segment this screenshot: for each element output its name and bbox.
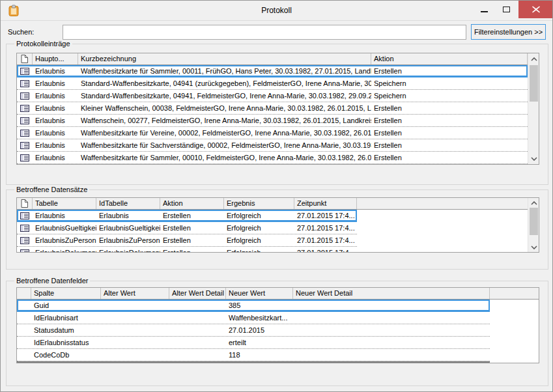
search-input[interactable] [63,25,466,40]
cell-hauptobjekt: Erlaubnis [33,65,78,77]
maximize-icon [503,7,510,12]
cell-idtabelle: ErlaubnisZuPerson [96,234,160,247]
table-row[interactable]: Erlaubnis Standard-Waffenbesitzkarte, 04… [17,77,528,90]
cell-kurzbezeichnung: Waffenbesitzkarte für Sammler, 00010, Fe… [78,152,371,164]
document-icon [21,199,28,208]
cell-aktion: Erstellen [160,247,224,252]
column-header-selector[interactable] [17,288,31,299]
maximize-button[interactable] [497,1,515,18]
column-header-hauptobjekt[interactable]: Haupto... [33,53,78,64]
record-form-icon [17,115,33,127]
scroll-up-icon[interactable] [528,198,539,208]
column-header-kurzbezeichnung[interactable]: Kurzbezeichnung [78,53,371,64]
table-row[interactable]: CodeCoDb 118 [17,349,490,361]
table-row[interactable]: Erlaubnis Waffenschein, 00277, Feldmeist… [17,115,528,127]
filter-settings-button[interactable]: Filtereinstellungen >> [471,24,546,40]
cell-hauptobjekt: Erlaubnis [33,90,78,102]
column-header-selector[interactable] [17,198,33,209]
record-form-icon [17,222,33,234]
cell-alter-wert [101,349,169,361]
cell-hauptobjekt: Erlaubnis [33,77,78,90]
minimize-button[interactable] [475,1,493,18]
column-header-zeitpunkt[interactable]: Zeitpunkt [294,198,357,209]
table-row[interactable]: Erlaubnis Erlaubnis Erstellen Erfolgreic… [17,210,357,222]
cell-neuer-wert-detail [293,300,490,312]
grid1-body: Erlaubnis Waffenbesitzkarte für Sammler,… [17,65,539,164]
titlebar-separator [1,20,552,21]
table-row[interactable]: ErlaubnisDokument ErlaubnisDokument Erst… [17,247,357,252]
grid1-vertical-scrollbar[interactable] [528,53,539,164]
grid2-header: Tabelle IdTabelle Aktion Ergebnis Zeitpu… [17,198,528,210]
column-header-alter-wert[interactable]: Alter Wert [101,288,169,299]
table-row[interactable]: Statusdatum 27.01.2015 [17,324,490,337]
record-form-icon [17,90,33,102]
grid2-vertical-scrollbar[interactable] [528,198,539,252]
cell-tabelle: ErlaubnisZuPerson [33,234,96,247]
column-header-alter-wert-detail[interactable]: Alter Wert Detail [169,288,226,299]
cell-spalte: IdErlaubnisart [31,312,101,324]
cell-spalte: Guid [31,300,101,312]
cell-neuer-wert-detail [293,324,490,337]
table-row[interactable]: ErlaubnisZuPerson ErlaubnisZuPerson Erst… [17,234,357,247]
column-header-aktion[interactable]: Aktion [371,53,528,64]
table-row[interactable]: Guid 385 [17,300,490,312]
scroll-down-icon[interactable] [528,242,539,252]
cell-ergebnis: Erfolgreich [224,222,294,234]
column-header-idtabelle[interactable]: IdTabelle [96,198,160,209]
cell-aktion: Erstellen [371,152,528,164]
cell-kurzbezeichnung: Kleiner Waffenschein, 00038, Feldmeister… [78,102,371,115]
cell-alter-wert [101,300,169,312]
column-header-tabelle[interactable]: Tabelle [33,198,96,209]
group1-label: Protokolleinträge [14,40,72,48]
scroll-up-icon[interactable] [528,54,539,64]
column-header-aktion[interactable]: Aktion [160,198,224,209]
column-header-spalte[interactable]: Spalte [31,288,101,299]
cell-alter-wert-detail [169,324,226,337]
scroll-down-icon[interactable] [528,154,539,163]
record-form-icon [17,102,33,115]
cell-kurzbezeichnung: Waffenschein, 00277, FeldmeisterGO, Iren… [78,115,371,127]
column-header-ergebnis[interactable]: Ergebnis [224,198,294,209]
document-icon [21,55,28,63]
column-header-neuer-wert[interactable]: Neuer Wert [226,288,293,299]
record-form-icon [17,65,33,77]
table-row[interactable]: Erlaubnis Kleiner Waffenschein, 00038, F… [17,102,528,115]
table-row[interactable]: IdErlaubnisart Waffenbesitzkart... [17,312,490,324]
grid1-header: Haupto... Kurzbezeichnung Aktion [17,53,528,65]
table-row[interactable]: Erlaubnis Standard-Waffenbesitzkarte, 04… [17,90,528,102]
table-row[interactable]: IdErlaubnisstatus erteilt [17,337,490,349]
cell-idtabelle: ErlaubnisGueltigkeit [96,222,160,234]
table-row[interactable]: Erlaubnis Waffenbesitzkarte für Sammler,… [17,152,528,164]
cell-aktion: Erstellen [371,102,528,115]
cell-spalte: Statusdatum [31,324,101,337]
grid3-body: Guid 385 IdErlaubnisart Waffenbesitzkart… [17,300,539,363]
cell-tabelle: Erlaubnis [33,210,96,222]
cell-spalte: IdErlaubnisstatus [31,337,101,349]
protokolleintraege-grid: Haupto... Kurzbezeichnung Aktion Erlaubn… [16,53,539,165]
table-row[interactable]: Erlaubnis Waffenbesitzkarte für Vereine,… [17,127,528,139]
cell-zeitpunkt: 27.01.2015 17:4... [294,210,357,222]
cell-ergebnis: Erfolgreich [224,247,294,252]
record-form-icon [17,210,33,222]
cell-alter-wert-detail [169,349,226,361]
cell-aktion: Erstellen [160,222,224,234]
close-button[interactable] [518,1,553,18]
cell-idtabelle: ErlaubnisDokument [96,247,160,252]
group-betroffene-datenfelder: Betroffene Datenfelder Spalte Alter Wert… [6,281,548,386]
cell-zeitpunkt: 27.01.2015 17:4 [294,247,357,252]
table-row[interactable]: Erlaubnis Waffenbesitzkarte für Sachvers… [17,139,528,152]
scrollbar-thumb[interactable] [530,65,538,102]
table-row[interactable]: ErlaubnisGueltigkeit ErlaubnisGueltigkei… [17,222,357,234]
table-row[interactable]: Erlaubnis Waffenbesitzkarte für Sammler,… [17,65,528,77]
column-header-selector[interactable] [17,53,33,64]
row-selector [17,300,31,312]
cell-hauptobjekt: Erlaubnis [33,139,78,152]
group-protokolleintraege: Protokolleinträge Haupto... Kurzbezeichn… [6,44,548,185]
column-header-neuer-wert-detail[interactable]: Neuer Wert Detail [293,288,490,299]
search-label: Suchen: [8,28,34,36]
scrollbar-thumb[interactable] [530,208,538,235]
cell-alter-wert [101,324,169,337]
cell-neuer-wert-detail [293,337,490,349]
title-bar[interactable]: Protokoll [1,1,552,20]
cell-alter-wert-detail [169,312,226,324]
